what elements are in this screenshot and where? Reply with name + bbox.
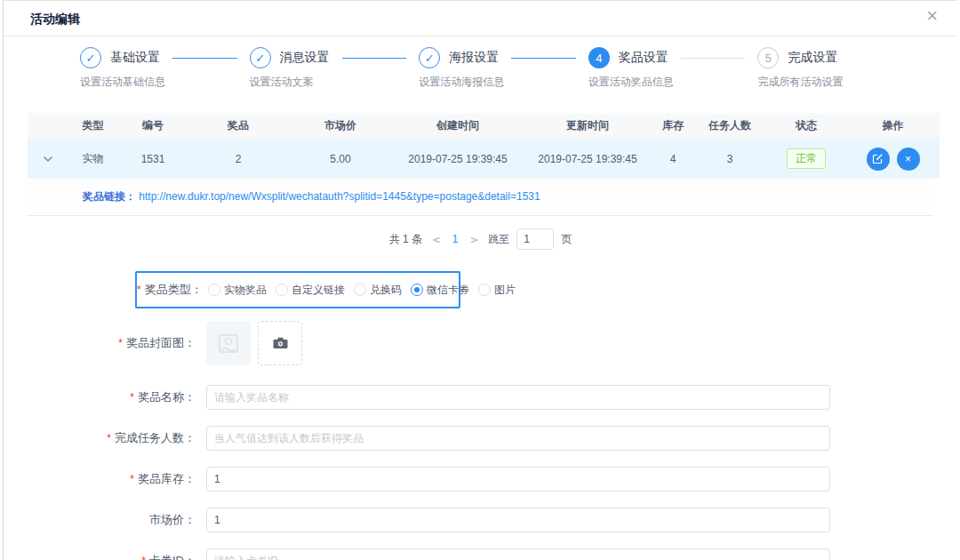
jump-page-input[interactable] (516, 228, 554, 250)
edit-button[interactable] (867, 148, 890, 171)
market-price-row: 市场价： (4, 508, 957, 532)
prize-stock-input[interactable] (206, 467, 830, 492)
step-wizard: ✓ 基础设置 设置活动基础信息 ✓ 消息设置 设置活动文案 ✓ 海报设置 设置活… (4, 36, 957, 99)
step-poster-settings[interactable]: ✓ 海报设置 设置活动海报信息 (419, 47, 588, 90)
cell-task-people: 3 (693, 139, 766, 179)
coupon-id-label: 卡券ID： (4, 553, 206, 560)
step-connector (681, 58, 746, 59)
pagination-total: 共 1 条 (389, 232, 422, 247)
radio-icon (208, 284, 220, 296)
prize-link-label: 奖品链接： (83, 190, 136, 203)
image-placeholder-icon (213, 328, 244, 358)
step-prize-settings[interactable]: 4 奖品设置 设置活动奖品信息 (588, 47, 758, 90)
cover-image-label: 奖品封面图： (4, 321, 206, 351)
prize-link-row: 奖品链接： http://new.dukr.top/new/Wxsplit/we… (28, 179, 933, 216)
radio-custom-link[interactable]: 自定义链接 (276, 283, 345, 298)
column-header-actions: 操作 (846, 113, 940, 139)
step-connector (172, 58, 237, 59)
page-unit-label: 页 (561, 232, 572, 247)
step-basic-settings[interactable]: ✓ 基础设置 设置活动基础信息 (80, 47, 250, 90)
prize-name-label: 奖品名称： (4, 389, 206, 405)
coupon-id-row: 卡券ID： (4, 548, 957, 560)
step-message-settings[interactable]: ✓ 消息设置 设置活动文案 (250, 47, 420, 90)
step-description: 设置活动文案 (250, 75, 420, 90)
step-title: 海报设置 (449, 50, 499, 66)
row-expand-toggle[interactable] (28, 139, 68, 179)
column-header-created: 创建时间 (393, 113, 523, 139)
step-title: 基础设置 (110, 50, 160, 66)
status-badge: 正常 (787, 148, 826, 169)
column-header-prize: 奖品 (188, 113, 288, 139)
cover-image-row: 奖品封面图： (4, 321, 957, 365)
radio-label: 图片 (494, 283, 516, 298)
prize-type-highlight-box: 奖品类型： 实物奖品 自定义链接 兑换码 微信卡券 (135, 271, 460, 308)
coupon-id-input[interactable] (206, 548, 830, 560)
prize-form: 奖品类型： 实物奖品 自定义链接 兑换码 微信卡券 (4, 271, 957, 560)
upload-image-button[interactable] (258, 321, 302, 365)
prize-link-url[interactable]: http://new.dukr.top/new/Wxsplit/wechatau… (139, 190, 540, 203)
radio-icon (478, 284, 491, 296)
radio-redeem-code[interactable]: 兑换码 (354, 283, 402, 298)
column-header-stock: 库存 (652, 113, 693, 139)
prize-type-radio-group: 实物奖品 自定义链接 兑换码 微信卡券 图片 (208, 283, 516, 298)
cell-prize: 2 (188, 139, 288, 179)
radio-label: 微信卡券 (427, 283, 469, 298)
step-description: 设置活动奖品信息 (588, 75, 758, 90)
radio-selected-icon (411, 284, 423, 296)
radio-label: 兑换码 (370, 283, 402, 298)
prize-name-row: 奖品名称： (4, 385, 957, 410)
prize-stock-label: 奖品库存： (4, 471, 206, 487)
step-title: 奖品设置 (619, 50, 668, 66)
cell-stock: 4 (652, 139, 693, 179)
radio-physical-prize[interactable]: 实物奖品 (208, 283, 267, 298)
radio-wechat-coupon[interactable]: 微信卡券 (411, 283, 469, 298)
expand-column-header (28, 113, 68, 139)
table-row: 实物 1531 2 5.00 2019-07-25 19:39:45 2019-… (28, 139, 940, 179)
cell-number: 1531 (117, 139, 188, 179)
radio-icon (276, 284, 288, 296)
check-icon: ✓ (419, 47, 440, 68)
delete-button[interactable]: × (897, 148, 920, 171)
radio-label: 自定义链接 (292, 283, 345, 298)
task-people-label: 完成任务人数： (4, 430, 206, 446)
cell-updated-at: 2019-07-25 19:39:45 (523, 139, 652, 179)
cell-status: 正常 (766, 139, 846, 179)
cell-actions: × (846, 139, 940, 179)
radio-image[interactable]: 图片 (478, 283, 516, 298)
table-header-row: 类型 编号 奖品 市场价 创建时间 更新时间 库存 任务人数 状态 操作 (28, 113, 940, 139)
check-icon: ✓ (80, 47, 101, 68)
page-number-1[interactable]: 1 (451, 233, 460, 245)
step-description: 设置活动海报信息 (419, 75, 588, 90)
dialog-header: 活动编辑 × (4, 1, 957, 36)
cell-created-at: 2019-07-25 19:39:45 (393, 139, 523, 179)
edit-icon (872, 153, 884, 164)
step-connector (342, 58, 407, 59)
camera-icon (273, 337, 288, 349)
prize-name-input[interactable] (206, 385, 830, 410)
step-finish-settings[interactable]: 5 完成设置 完成所有活动设置 (757, 47, 927, 90)
market-price-label: 市场价： (4, 512, 206, 528)
prize-type-label: 奖品类型： (137, 282, 208, 298)
jump-to-label: 跳至 (488, 232, 509, 247)
column-header-status: 状态 (766, 113, 846, 139)
activity-edit-dialog: 活动编辑 × ✓ 基础设置 设置活动基础信息 ✓ 消息设置 设置活动文案 ✓ 海… (3, 0, 957, 560)
task-people-input[interactable] (206, 426, 830, 451)
prev-page-icon[interactable]: < (433, 233, 440, 246)
market-price-input[interactable] (206, 508, 830, 532)
pagination: 共 1 条 < 1 > 跳至 页 (4, 228, 957, 250)
cover-image-thumbnail[interactable] (206, 321, 251, 365)
close-icon: × (905, 153, 911, 165)
chevron-down-icon (43, 156, 53, 163)
radio-label: 实物奖品 (224, 283, 267, 298)
column-header-number: 编号 (117, 113, 188, 139)
step-connector (511, 58, 576, 59)
step-title: 完成设置 (788, 50, 837, 66)
check-icon: ✓ (250, 47, 271, 68)
close-icon[interactable]: × (926, 6, 938, 26)
column-header-type: 类型 (68, 113, 117, 139)
prize-stock-row: 奖品库存： (4, 467, 957, 492)
column-header-updated: 更新时间 (523, 113, 652, 139)
step-description: 设置活动基础信息 (80, 75, 250, 90)
next-page-icon[interactable]: > (471, 233, 478, 246)
cell-type: 实物 (68, 139, 117, 179)
